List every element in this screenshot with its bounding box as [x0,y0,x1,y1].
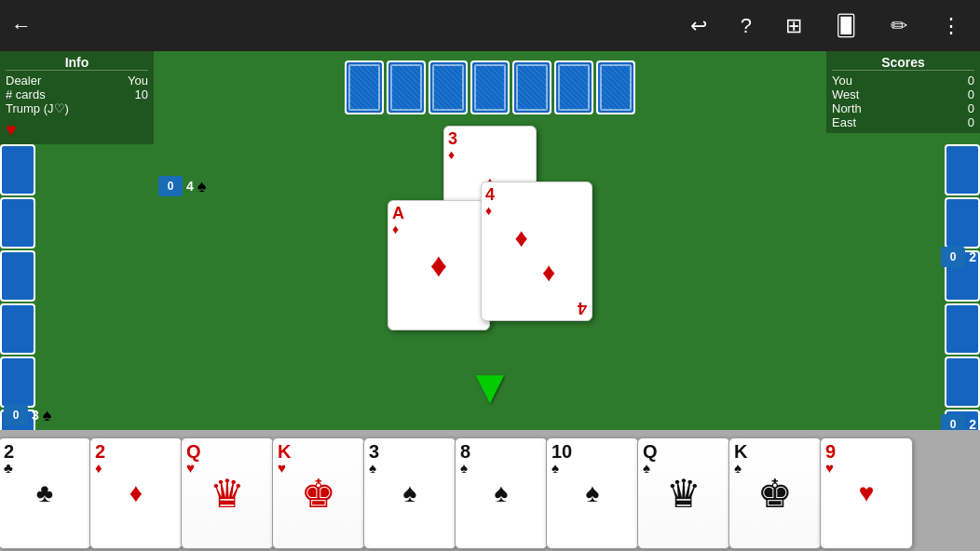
left-card-5 [0,356,35,408]
card-north-rank: 3 [448,130,532,147]
hand-card-2-rank: 2 [95,442,177,461]
hand-card-2[interactable]: 2 ♦ ♦ [89,437,183,549]
left-count: 3 [32,408,39,423]
top-card-5 [512,60,551,114]
spade-icon: ♠ [197,177,207,196]
card-east-rank-br: 4 [578,300,587,316]
dealer-row: Dealer You [6,74,148,87]
move-button[interactable]: ⊞ [778,10,810,42]
more-button[interactable]: ⋮ [933,10,969,42]
score-panel: Scores You 0 West 0 North 0 East 0 [826,51,980,133]
score-east-value: 0 [968,115,974,129]
right-card-2 [945,197,980,249]
hand-card-10-rank: 9 [825,442,907,461]
hand-card-6-center: ♠ [495,478,509,508]
score-you-value: 0 [968,74,974,87]
right-card-1 [945,144,980,195]
dealer-value: You [128,74,148,87]
card-east-suit: ♦ [485,203,588,218]
trump-bid-value: 0 [158,176,183,196]
trump-label: Trump (J♡) [6,101,69,115]
hand-card-7-rank: 10 [551,442,633,461]
info-title: Info [6,55,148,71]
hand-card-1-suit: ♣ [4,461,86,475]
top-card-1 [345,60,384,114]
card-west-rank: A [392,205,485,222]
notes-button[interactable]: ✏ [883,10,915,42]
played-card-east: 4 ♦ ♦ ♦ 4 [481,181,592,321]
hand-card-2-center: ♦ [129,478,143,508]
top-card-4 [470,60,510,114]
cards-button[interactable]: 🂠 [828,10,864,42]
left-card-4 [0,303,35,355]
right-top-count: 2 [969,249,976,264]
back-button[interactable]: ← [11,14,32,38]
left-card-1 [0,144,35,195]
right-card-5 [945,356,980,408]
left-bid-value: 0 [4,405,28,425]
hand-card-1-center: ♣ [36,478,53,508]
top-card-6 [554,60,593,114]
right-card-4 [945,303,980,355]
heart-icon: ♥ [6,119,17,141]
left-bottom-badge: 0 3 ♠ [4,405,51,425]
hand-card-2-suit: ♦ [95,461,177,475]
score-west-value: 0 [968,87,974,101]
hand-card-6[interactable]: 8 ♠ ♠ [455,437,548,549]
left-card-2 [0,197,35,249]
score-you: You 0 [832,74,974,87]
score-title: Scores [832,55,974,71]
hand-card-10[interactable]: 9 ♥ ♥ [820,437,913,549]
card-east-rank: 4 [485,186,588,203]
hand-card-10-center: ♥ [859,478,875,508]
hand-card-3[interactable]: Q ♥ ♛ [181,437,274,549]
left-spade-icon: ♠ [43,406,52,425]
cards-label: # cards [6,87,46,101]
score-north-label: North [832,101,862,115]
top-card-7 [596,60,635,114]
card-west-suit: ♦ [392,222,485,236]
played-card-west: A ♦ ♦ [388,200,490,330]
hand-card-7-center: ♠ [586,478,600,508]
right-top-bid-value: 0 [941,247,965,267]
hand-card-1[interactable]: 2 ♣ ♣ [0,437,91,549]
score-west: West 0 [832,87,974,101]
trump-bid-badge: 0 4 ♠ [158,176,206,196]
help-button[interactable]: ? [733,10,759,42]
hand-card-9[interactable]: K ♠ ♚ [728,437,822,549]
info-panel: Info Dealer You # cards 10 Trump (J♡) ♥ [0,51,154,144]
hand-card-9-rank: K [734,442,816,461]
hand-card-6-suit: ♠ [460,461,542,475]
score-east-label: East [832,115,856,129]
undo-button[interactable]: ↩ [683,10,715,42]
trump-row: Trump (J♡) [6,101,148,115]
card-north-suit: ♦ [448,147,532,162]
hand-card-7-suit: ♠ [551,461,633,475]
game-area: Info Dealer You # cards 10 Trump (J♡) ♥ … [0,51,980,551]
hand-card-5-rank: 3 [369,442,451,461]
arrow-down-indicator: ▼ [466,358,513,414]
score-east: East 0 [832,115,974,129]
score-you-label: You [832,74,852,87]
hand-card-7[interactable]: 10 ♠ ♠ [546,437,639,549]
trump-badge-row: ♥ [6,119,148,141]
hand-card-4[interactable]: K ♥ ♚ [272,437,365,549]
cards-row: # cards 10 [6,87,148,101]
hand-card-4-rank: K [278,442,360,461]
score-west-label: West [832,87,859,101]
hand-card-6-rank: 8 [460,442,542,461]
hand-card-1-rank: 2 [4,442,86,461]
top-toolbar: ← ↩ ? ⊞ 🂠 ✏ ⋮ [0,0,980,51]
hand-card-5[interactable]: 3 ♠ ♠ [363,437,456,549]
top-card-2 [387,60,426,114]
hand-card-3-rank: Q [186,442,268,461]
score-north-value: 0 [968,101,974,115]
left-card-3 [0,250,35,302]
score-north: North 0 [832,101,974,115]
top-card-3 [429,60,468,114]
hand-card-8[interactable]: Q ♠ ♛ [637,437,730,549]
trump-bid-count: 4 [186,179,194,194]
dealer-label: Dealer [6,74,41,87]
hand-card-5-suit: ♠ [369,461,451,475]
hand-card-8-rank: Q [643,442,725,461]
